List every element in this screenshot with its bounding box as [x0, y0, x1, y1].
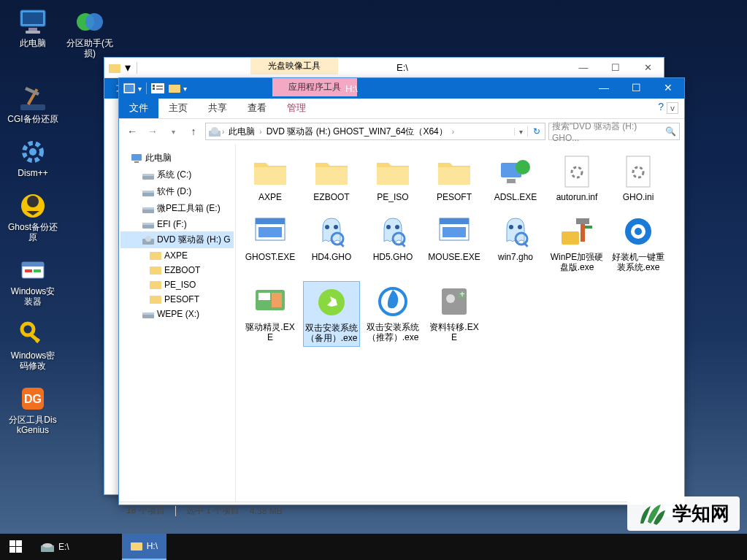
minimize-button[interactable]: — — [567, 58, 599, 77]
contextual-tab-back[interactable]: 光盘映像工具 — [250, 58, 338, 74]
file-name: win7.gho — [489, 252, 543, 262]
winsetup-icon — [18, 256, 47, 285]
file-item[interactable]: AXPE — [242, 151, 299, 205]
newfolder-icon[interactable] — [169, 83, 180, 93]
file-item[interactable]: autorun.inf — [548, 151, 605, 205]
props-icon[interactable] — [151, 83, 164, 93]
address-part[interactable]: DVD 驱动器 (H:) GHOST_WIN7_64位（X64） — [264, 126, 451, 138]
file-item[interactable]: HD5.GHO — [364, 211, 421, 275]
tree-root[interactable]: 此电脑 — [120, 150, 234, 166]
partition-icon — [75, 7, 104, 37]
search-icon: 🔍 — [665, 126, 676, 137]
file-icon — [372, 214, 413, 249]
explorer-window[interactable]: ▾ ▾ 应用程序工具 H:\ — ☐ ✕ 文件 主页 共享 查看 管理 ? v … — [118, 77, 685, 505]
file-item[interactable]: win7.gho — [487, 211, 544, 275]
svg-rect-99 — [16, 547, 22, 553]
svg-rect-53 — [377, 167, 409, 185]
file-item[interactable]: HD4.GHO — [303, 211, 360, 275]
files-pane[interactable]: AXPEEZBOOTPE_ISOPESOFTADSL.EXEautorun.in… — [236, 144, 684, 502]
desktop-icon-partition[interactable]: 分区助手(无损) — [64, 7, 115, 58]
file-item[interactable]: 驱动精灵.EXE — [242, 281, 299, 347]
maximize-button[interactable]: ☐ — [599, 58, 632, 77]
tree-item[interactable]: WEPE (X:) — [120, 307, 234, 321]
svg-rect-29 — [156, 88, 163, 90]
computer-icon — [18, 7, 47, 37]
nav-tree[interactable]: 此电脑 系统 (C:)软件 (D:)微PE工具箱 (E:)EFI (F:)DVD… — [119, 144, 236, 502]
file-item[interactable]: MOUSE.EXE — [426, 211, 483, 275]
file-item[interactable]: PESOFT — [426, 151, 483, 205]
file-item[interactable]: ADSL.EXE — [487, 151, 544, 205]
help-icon[interactable]: ? — [658, 101, 664, 112]
history-dropdown[interactable]: ▾ — [164, 123, 182, 140]
taskbar-item-e[interactable]: E:\ — [32, 534, 78, 560]
taskbar-item-h[interactable]: H:\ — [122, 534, 166, 560]
tree-item[interactable]: 微PE工具箱 (E:) — [120, 200, 234, 217]
file-item[interactable]: 好装机一键重装系统.exe — [610, 211, 667, 275]
address-part[interactable]: 此电脑 — [226, 126, 258, 138]
titlebar-back[interactable]: ▾ 光盘映像工具 E:\ — ☐ ✕ — [104, 58, 664, 78]
tree-item[interactable]: 软件 (D:) — [120, 183, 234, 200]
close-button[interactable]: ✕ — [652, 78, 684, 97]
desktop-icon-cgi[interactable]: CGI备份还原 — [7, 83, 58, 124]
tree-item[interactable]: EZBOOT — [120, 263, 234, 277]
desktop-icon-ghost[interactable]: Ghost备份还原 — [7, 191, 58, 242]
forward-button[interactable]: → — [144, 123, 161, 140]
tree-item[interactable]: PE_ISO — [120, 277, 234, 292]
close-button[interactable]: ✕ — [632, 58, 664, 77]
svg-rect-50 — [142, 312, 154, 315]
search-input[interactable]: 搜索"DVD 驱动器 (H:) GHO... 🔍 — [548, 123, 680, 140]
app-icon — [123, 83, 135, 93]
tab-share[interactable]: 共享 — [198, 99, 237, 118]
file-item[interactable]: 双击安装系统（备用）.exe — [303, 281, 360, 347]
tab-manage[interactable]: 管理 — [277, 99, 316, 118]
tab-home[interactable]: 主页 — [158, 99, 198, 118]
svg-rect-45 — [150, 252, 161, 260]
svg-rect-82 — [576, 218, 589, 224]
file-name: 驱动精灵.EXE — [243, 322, 297, 342]
file-name: autorun.inf — [550, 192, 604, 202]
file-item[interactable]: WinPE加强硬盘版.exe — [548, 211, 605, 275]
svg-point-7 — [29, 148, 37, 156]
refresh-button[interactable]: ↻ — [527, 126, 545, 137]
contextual-tab[interactable]: 应用程序工具 — [272, 78, 357, 96]
tab-file[interactable]: 文件 — [119, 99, 158, 118]
tree-item[interactable]: AXPE — [120, 248, 234, 263]
svg-rect-40 — [142, 207, 154, 210]
svg-rect-12 — [22, 262, 44, 266]
titlebar[interactable]: ▾ ▾ 应用程序工具 H:\ — ☐ ✕ — [119, 78, 684, 99]
address-dropdown-icon[interactable]: ▾ — [514, 128, 527, 136]
file-icon — [556, 214, 597, 249]
address-bar[interactable]: › 此电脑 › DVD 驱动器 (H:) GHOST_WIN7_64位（X64）… — [205, 123, 545, 140]
file-item[interactable]: GHO.ini — [610, 151, 667, 205]
file-name: PE_ISO — [366, 192, 420, 202]
tree-item[interactable]: DVD 驱动器 (H:) G — [120, 231, 234, 248]
svg-point-77 — [518, 225, 522, 229]
desktop-icon-winsetup[interactable]: Windows安装器 — [7, 256, 58, 307]
desktop-icon-thispc[interactable]: 此电脑 — [7, 7, 58, 48]
back-button[interactable]: ← — [123, 123, 141, 140]
file-icon — [434, 154, 475, 189]
file-item[interactable]: PE_ISO — [364, 151, 421, 205]
file-item[interactable]: GHOST.EXE — [242, 211, 299, 275]
svg-rect-46 — [150, 266, 161, 275]
file-item[interactable]: EZBOOT — [303, 151, 360, 205]
tree-item[interactable]: 系统 (C:) — [120, 166, 234, 183]
up-button[interactable]: ↑ — [185, 123, 202, 140]
file-item[interactable]: 双击安装系统（推荐）.exe — [364, 281, 421, 347]
tree-item[interactable]: PESOFT — [120, 292, 234, 307]
tree-item[interactable]: EFI (F:) — [120, 217, 234, 231]
minimize-button[interactable]: — — [588, 78, 620, 97]
desktop-icon-diskgenius[interactable]: DG 分区工具DiskGenius — [7, 384, 58, 435]
svg-rect-33 — [131, 154, 142, 161]
tab-view[interactable]: 查看 — [237, 99, 277, 118]
desktop-icon-winpwd[interactable]: Windows密码修改 — [7, 320, 58, 371]
svg-rect-63 — [256, 218, 285, 224]
start-button[interactable] — [0, 534, 32, 560]
svg-point-21 — [85, 13, 103, 31]
maximize-button[interactable]: ☐ — [620, 78, 652, 97]
ribbon-expand-icon[interactable]: v — [667, 102, 678, 114]
svg-point-32 — [211, 127, 218, 134]
taskbar[interactable]: E:\ H:\ — [0, 534, 747, 560]
file-item[interactable]: +资料转移.EXE — [426, 281, 483, 347]
desktop-icon-dism[interactable]: Dism++ — [7, 137, 58, 178]
